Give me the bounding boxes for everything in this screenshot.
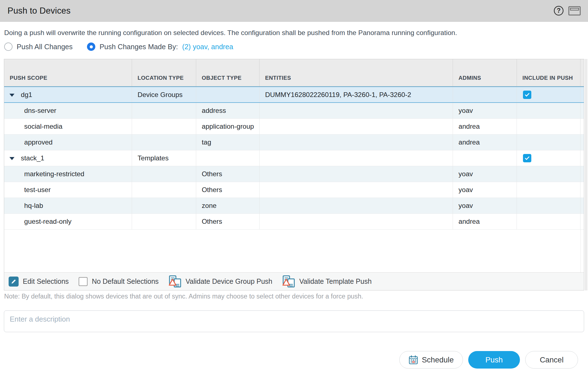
- table-row-social-media[interactable]: social-mediaapplication-groupandrea: [4, 119, 584, 135]
- cell-push-scope: hq-lab: [4, 198, 132, 213]
- cell-push-scope: stack_1: [4, 150, 132, 166]
- include-in-push-checkbox-checked[interactable]: [523, 154, 531, 162]
- push-scope-label: guest-read-only: [24, 217, 127, 226]
- cell-entities: [260, 150, 453, 166]
- cancel-button[interactable]: Cancel: [525, 351, 578, 369]
- checkbox-unchecked-icon[interactable]: [79, 277, 88, 286]
- cell-entities: [260, 135, 453, 150]
- push-scope-label: hq-lab: [24, 202, 127, 210]
- cell-include-in-push: [517, 150, 580, 166]
- radio-push-all-changes[interactable]: Push All Changes: [4, 43, 73, 51]
- table-row-approved[interactable]: approvedtagandrea: [4, 135, 584, 150]
- radio-unselected-icon[interactable]: [4, 43, 13, 51]
- table-toolbar: Edit Selections No Default Selections Va…: [4, 272, 584, 290]
- cell-admins: andrea: [453, 119, 517, 134]
- expand-caret-icon[interactable]: [9, 157, 14, 160]
- cell-entities: [260, 198, 453, 213]
- cell-object-type: Others: [196, 166, 260, 182]
- expand-caret-icon[interactable]: [9, 94, 14, 97]
- table-row-hq-lab[interactable]: hq-labzoneyoav: [4, 198, 584, 214]
- cell-include-in-push: [517, 87, 580, 102]
- cell-entities: [260, 119, 453, 134]
- column-header-object-type[interactable]: OBJECT TYPE: [196, 59, 260, 86]
- cell-admins: [453, 150, 517, 166]
- cell-push-scope: guest-read-only: [4, 214, 132, 229]
- column-header-include-in-push[interactable]: INCLUDE IN PUSH: [517, 59, 580, 86]
- cell-location-type: Templates: [132, 150, 196, 166]
- table-row-marketing-restricted[interactable]: marketing-restrictedOthersyoav: [4, 166, 584, 182]
- table-row-dns-server[interactable]: dns-serveraddressyoav: [4, 103, 584, 119]
- table-row-stack_1[interactable]: stack_1Templates: [4, 150, 584, 166]
- cell-admins: yoav: [453, 166, 517, 182]
- column-header-location-type[interactable]: LOCATION TYPE: [132, 59, 196, 86]
- edit-selections-button[interactable]: Edit Selections: [9, 277, 69, 287]
- table-header-row: PUSH SCOPE LOCATION TYPE OBJECT TYPE ENT…: [4, 59, 584, 86]
- window-icon[interactable]: [568, 6, 581, 16]
- cell-location-type: [132, 182, 196, 198]
- radio-selected-icon[interactable]: [87, 43, 95, 51]
- help-icon[interactable]: ?: [554, 6, 564, 16]
- validate-device-group-push-label: Validate Device Group Push: [186, 277, 272, 285]
- cell-entities: [260, 103, 453, 118]
- validate-documents-icon: [282, 275, 295, 288]
- cell-admins: yoav: [453, 182, 517, 198]
- push-scope-options: Push All Changes Push Changes Made By:(2…: [4, 41, 233, 52]
- push-scope-label: approved: [24, 138, 127, 146]
- cell-push-scope: social-media: [4, 119, 132, 134]
- table-row-guest-read-only[interactable]: guest-read-onlyOthersandrea: [4, 214, 584, 230]
- admins-link[interactable]: (2) yoav, andrea: [182, 43, 233, 51]
- cell-location-type: [132, 119, 196, 134]
- validate-template-push-button[interactable]: Validate Template Push: [282, 275, 372, 288]
- cell-object-type: tag: [196, 135, 260, 150]
- cell-admins: andrea: [453, 135, 517, 150]
- push-scope-table: PUSH SCOPE LOCATION TYPE OBJECT TYPE ENT…: [4, 59, 584, 290]
- cell-location-type: [132, 198, 196, 213]
- column-header-entities[interactable]: ENTITIES: [260, 59, 453, 86]
- radio-push-changes-made-by[interactable]: Push Changes Made By:(2) yoav, andrea: [87, 43, 233, 51]
- no-default-selections-label: No Default Selections: [92, 277, 158, 285]
- cell-location-type: Device Groups: [132, 87, 196, 102]
- svg-text:?: ?: [557, 7, 560, 14]
- cell-object-type: application-group: [196, 119, 260, 134]
- cell-include-in-push: [517, 214, 580, 229]
- edit-pencil-icon: [9, 277, 19, 287]
- table-empty-area: [4, 230, 584, 272]
- validate-template-push-label: Validate Template Push: [299, 277, 372, 285]
- push-scope-label: dg1: [21, 91, 32, 99]
- dialog-actions: Schedule Push Cancel: [399, 351, 578, 369]
- edit-selections-label: Edit Selections: [23, 277, 69, 285]
- cell-entities: [260, 182, 453, 198]
- cell-include-in-push: [517, 166, 580, 182]
- radio-push-by-label: Push Changes Made By:: [99, 43, 178, 51]
- cell-include-in-push: [517, 198, 580, 213]
- column-header-push-scope[interactable]: PUSH SCOPE: [4, 59, 132, 86]
- push-button[interactable]: Push: [468, 351, 520, 369]
- push-scope-label: marketing-restricted: [24, 170, 127, 178]
- cell-location-type: [132, 103, 196, 118]
- cell-push-scope: test-user: [4, 182, 132, 198]
- cell-admins: yoav: [453, 198, 517, 213]
- table-row-test-user[interactable]: test-userOthersyoav: [4, 182, 584, 198]
- dialog-title: Push to Devices: [8, 6, 71, 16]
- push-scope-label: dns-server: [24, 106, 127, 115]
- cell-push-scope: dns-server: [4, 103, 132, 118]
- validate-device-group-push-button[interactable]: Validate Device Group Push: [169, 275, 272, 288]
- schedule-label: Schedule: [422, 355, 454, 364]
- table-row-dg1[interactable]: dg1Device GroupsDUMMY1628022260119, PA-3…: [4, 86, 584, 103]
- cell-include-in-push: [517, 135, 580, 150]
- push-scope-label: stack_1: [21, 154, 44, 162]
- cell-include-in-push: [517, 103, 580, 118]
- no-default-selections-option[interactable]: No Default Selections: [79, 277, 158, 286]
- calendar-icon: [408, 355, 418, 365]
- description-input[interactable]: [4, 310, 584, 332]
- cell-object-type: Others: [196, 182, 260, 198]
- cell-entities: [260, 214, 453, 229]
- dialog-titlebar: Push to Devices ?: [0, 0, 588, 22]
- dialog-scrollbar-track[interactable]: [585, 59, 587, 290]
- column-header-admins[interactable]: ADMINS: [453, 59, 517, 86]
- cell-admins: andrea: [453, 214, 517, 229]
- cell-object-type: Others: [196, 214, 260, 229]
- cell-push-scope: dg1: [4, 87, 132, 102]
- schedule-button[interactable]: Schedule: [399, 351, 463, 369]
- include-in-push-checkbox-checked[interactable]: [523, 91, 531, 99]
